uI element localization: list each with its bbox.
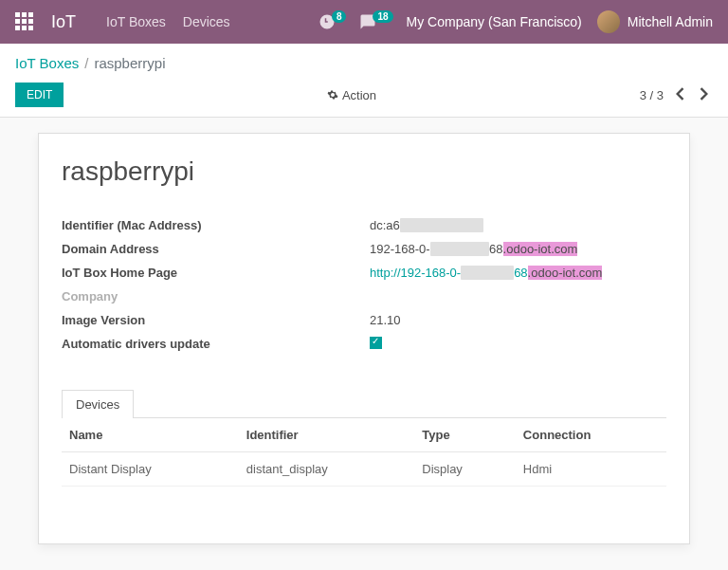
user-menu[interactable]: Mitchell Admin xyxy=(597,10,713,33)
breadcrumb: IoT Boxes / raspberrypi xyxy=(15,55,713,71)
devices-table: Name Identifier Type Connection Distant … xyxy=(62,418,666,487)
checkbox-checked-icon[interactable] xyxy=(370,337,382,349)
top-navbar: IoT IoT Boxes Devices 8 18 My Company (S… xyxy=(0,0,728,44)
breadcrumb-parent[interactable]: IoT Boxes xyxy=(15,55,79,71)
identifier-label: Identifier (Mac Address) xyxy=(62,218,370,232)
tab-devices[interactable]: Devices xyxy=(62,390,134,418)
record-title: raspberrypi xyxy=(62,156,666,187)
pager-text: 3 / 3 xyxy=(640,88,664,102)
company-label: Company xyxy=(62,289,370,303)
cell-connection: Hdmi xyxy=(516,452,666,487)
discuss-button[interactable]: 18 xyxy=(359,13,392,30)
form-sheet: raspberrypi Identifier (Mac Address) dc:… xyxy=(38,133,690,544)
homepage-value: http://192-168-0-xxxxxxxx68.odoo-iot.com xyxy=(370,266,666,280)
col-type[interactable]: Type xyxy=(414,418,516,452)
avatar xyxy=(597,10,620,33)
activity-badge: 8 xyxy=(332,10,347,23)
control-panel: IoT Boxes / raspberrypi EDIT Action 3 / … xyxy=(0,44,728,118)
nav-iot-boxes[interactable]: IoT Boxes xyxy=(106,14,166,29)
breadcrumb-separator: / xyxy=(84,55,88,71)
auto-drivers-value xyxy=(370,337,666,352)
cell-name: Distant Display xyxy=(62,452,239,487)
domain-value: 192-168-0-xxxxxxxxx68.odoo-iot.com xyxy=(370,242,666,256)
edit-button[interactable]: EDIT xyxy=(15,83,64,107)
apps-icon[interactable] xyxy=(15,12,34,31)
app-brand[interactable]: IoT xyxy=(51,12,76,32)
action-label: Action xyxy=(342,88,376,102)
pager-next[interactable] xyxy=(696,83,713,107)
table-row[interactable]: Distant Display distant_display Display … xyxy=(62,452,666,487)
user-name: Mitchell Admin xyxy=(628,14,713,29)
col-connection[interactable]: Connection xyxy=(516,418,666,452)
homepage-link[interactable]: http://192-168-0-xxxxxxxx68.odoo-iot.com xyxy=(370,266,602,280)
identifier-value: dc:a6xxxxxxxxxxxxx xyxy=(370,218,666,232)
company-switcher[interactable]: My Company (San Francisco) xyxy=(407,14,582,29)
discuss-badge: 18 xyxy=(373,10,392,23)
col-name[interactable]: Name xyxy=(62,418,239,452)
company-value xyxy=(370,289,666,303)
auto-drivers-label: Automatic drivers update xyxy=(62,337,370,352)
cell-type: Display xyxy=(414,452,516,487)
chevron-left-icon xyxy=(675,87,684,101)
domain-label: Domain Address xyxy=(62,242,370,256)
image-version-label: Image Version xyxy=(62,313,370,327)
pager-prev[interactable] xyxy=(671,83,688,107)
cell-identifier: distant_display xyxy=(239,452,414,487)
homepage-label: IoT Box Home Page xyxy=(62,266,370,280)
gear-icon xyxy=(327,89,338,101)
image-version-value: 21.10 xyxy=(370,313,666,327)
action-dropdown[interactable]: Action xyxy=(327,88,376,102)
chevron-right-icon xyxy=(700,87,709,101)
nav-devices[interactable]: Devices xyxy=(183,14,230,29)
pager: 3 / 3 xyxy=(640,83,713,107)
activity-button[interactable]: 8 xyxy=(318,13,347,30)
breadcrumb-current: raspberrypi xyxy=(94,55,165,71)
col-identifier[interactable]: Identifier xyxy=(239,418,414,452)
